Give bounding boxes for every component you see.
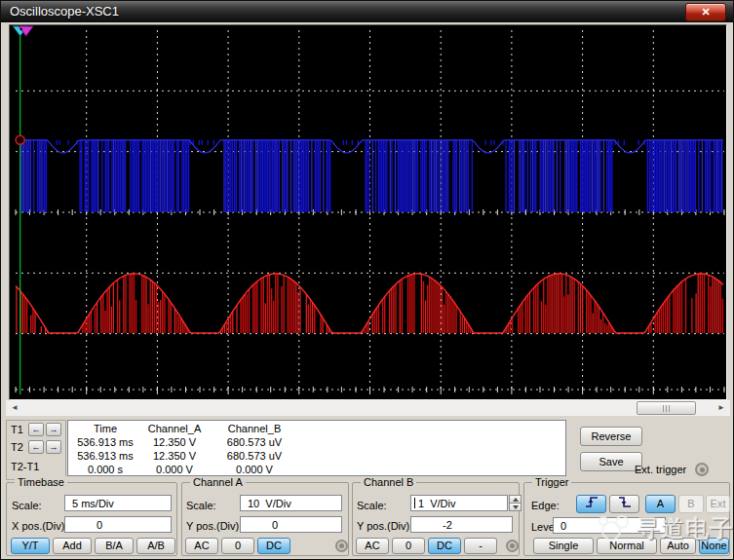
t1-time-value: 536.913 ms: [68, 436, 142, 449]
scroll-right-icon: ►: [717, 403, 725, 412]
t1-right-button[interactable]: →: [46, 423, 61, 436]
oscilloscope-window: Oscilloscope-XSC1 ✕ ◄ ► T1 ← → T2 ← → T2…: [0, 0, 734, 560]
timebase-mode-ba-button[interactable]: B/A: [95, 538, 134, 554]
timebase-xpos-input[interactable]: [64, 516, 172, 533]
readout-row-t2-t1: 0.000 s 0.000 V 0.000 V: [68, 464, 565, 476]
channel-a-dc-button[interactable]: DC: [257, 538, 290, 554]
readout-header-row: Time Channel_A Channel_B: [68, 423, 565, 435]
timebase-group-title: Timebase: [15, 476, 67, 488]
save-button[interactable]: Save: [580, 452, 642, 471]
channel-b-scale-input[interactable]: [410, 495, 508, 511]
left-arrow-icon: ←: [32, 442, 41, 452]
measurement-readout: Time Channel_A Channel_B 536.913 ms 12.3…: [67, 420, 566, 476]
channel-b-scale-label: Scale:: [357, 500, 387, 511]
column-time: Time: [68, 423, 142, 435]
channel-a-scale-label: Scale:: [186, 500, 216, 511]
cursor-crosshair-marker-icon: [16, 135, 24, 144]
t1-channel-b-value: 680.573 uV: [207, 436, 302, 449]
trigger-level-input[interactable]: [553, 517, 666, 534]
channel-b-dc-button[interactable]: DC: [428, 538, 461, 554]
trigger-mode-auto-button[interactable]: Auto: [660, 538, 696, 554]
scope-display-svg: [10, 25, 726, 399]
trigger-source-ext-button[interactable]: Ext: [706, 495, 730, 513]
t2-right-button[interactable]: →: [46, 440, 61, 454]
channel-b-zero-button[interactable]: 0: [392, 538, 425, 554]
trigger-falling-edge-button[interactable]: [609, 495, 639, 513]
t2-t1-label: T2-T1: [11, 461, 39, 472]
ext-trigger-label: Ext. trigger: [635, 464, 686, 475]
window-title: Oscilloscope-XSC1: [10, 4, 119, 19]
channel-b-terminal-icon: [506, 540, 519, 552]
channel-b-ypos-label: Y pos.(Div):: [357, 520, 412, 532]
trigger-rising-edge-button[interactable]: [576, 495, 606, 513]
scrollbar-right-button[interactable]: ►: [714, 401, 729, 415]
trigger-source-a-button[interactable]: A: [645, 495, 676, 513]
text-caret: [414, 498, 415, 508]
timebase-mode-add-button[interactable]: Add: [53, 538, 92, 554]
horizontal-scrollbar[interactable]: ◄ ►: [6, 400, 730, 416]
reverse-button[interactable]: Reverse: [580, 427, 642, 446]
column-channel-b: Channel_B: [207, 423, 302, 435]
scroll-left-icon: ◄: [11, 403, 19, 412]
cursor-control-box: T1 ← → T2 ← → T2-T1: [6, 420, 66, 480]
t1-left-button[interactable]: ←: [28, 423, 44, 436]
channel-b-ac-button[interactable]: AC: [356, 538, 389, 554]
channel-b-ypos-input[interactable]: [410, 516, 513, 533]
channel-a-scale-input[interactable]: [240, 495, 342, 511]
falling-edge-icon: [617, 496, 633, 508]
left-arrow-icon: ←: [32, 425, 41, 434]
readout-row-t2: 536.913 ms 12.350 V 680.573 uV: [68, 450, 565, 463]
trigger-mode-none-button[interactable]: None: [699, 538, 729, 554]
t2-channel-b-value: 680.573 uV: [207, 450, 302, 463]
t2-channel-a-value: 12.350 V: [142, 450, 207, 463]
channel-b-group-title: Channel B: [361, 476, 416, 488]
channel-b-scale-spin-down[interactable]: [509, 503, 522, 511]
t2-label: T2: [11, 441, 23, 453]
rising-edge-icon: [584, 496, 599, 508]
channel-a-ypos-label: Y pos.(Div):: [186, 520, 242, 532]
title-bar[interactable]: Oscilloscope-XSC1 ✕: [1, 1, 733, 22]
channel-a-group-title: Channel A: [190, 476, 246, 488]
channel-a-zero-button[interactable]: 0: [221, 538, 254, 554]
channel-a-ac-button[interactable]: AC: [185, 538, 218, 554]
channel-a-ypos-input[interactable]: [240, 516, 342, 533]
t1-channel-a-value: 12.350 V: [142, 436, 207, 449]
column-channel-a: Channel_A: [142, 423, 207, 435]
right-arrow-icon: →: [50, 442, 58, 452]
timebase-scale-input[interactable]: [64, 495, 172, 511]
trigger-mode-single-button[interactable]: Single: [533, 538, 594, 554]
spin-up-icon: [513, 498, 519, 502]
scope-display: [9, 24, 727, 400]
timebase-scale-label: Scale:: [12, 500, 42, 511]
timebase-mode-yt-button[interactable]: Y/T: [11, 538, 50, 554]
scrollbar-left-button[interactable]: ◄: [7, 401, 22, 415]
trigger-edge-label: Edge:: [531, 500, 560, 511]
t2-t1-time-value: 0.000 s: [68, 464, 142, 476]
close-icon: ✕: [701, 6, 710, 18]
timebase-mode-ab-button[interactable]: A/B: [136, 538, 175, 554]
trigger-source-b-button[interactable]: B: [678, 495, 704, 513]
trigger-group-title: Trigger: [532, 476, 571, 488]
trigger-mode-normal-button[interactable]: Normal: [597, 538, 657, 554]
right-arrow-icon: →: [50, 425, 58, 434]
scrollbar-thumb[interactable]: [637, 401, 696, 415]
spin-down-icon: [513, 505, 519, 509]
t2-time-value: 536.913 ms: [68, 450, 142, 463]
t2-left-button[interactable]: ←: [28, 440, 44, 454]
t1-label: T1: [11, 424, 23, 435]
close-button[interactable]: ✕: [685, 3, 726, 21]
readout-row-t1: 536.913 ms 12.350 V 680.573 uV: [68, 436, 565, 449]
ext-trigger-terminal-icon: [695, 463, 709, 476]
channel-a-terminal-icon: [335, 540, 348, 552]
timebase-xpos-label: X pos.(Div):: [12, 520, 67, 532]
t2-t1-channel-b-value: 0.000 V: [207, 464, 302, 476]
t2-t1-channel-a-value: 0.000 V: [142, 464, 207, 476]
channel-b-minus-button[interactable]: -: [464, 538, 497, 554]
